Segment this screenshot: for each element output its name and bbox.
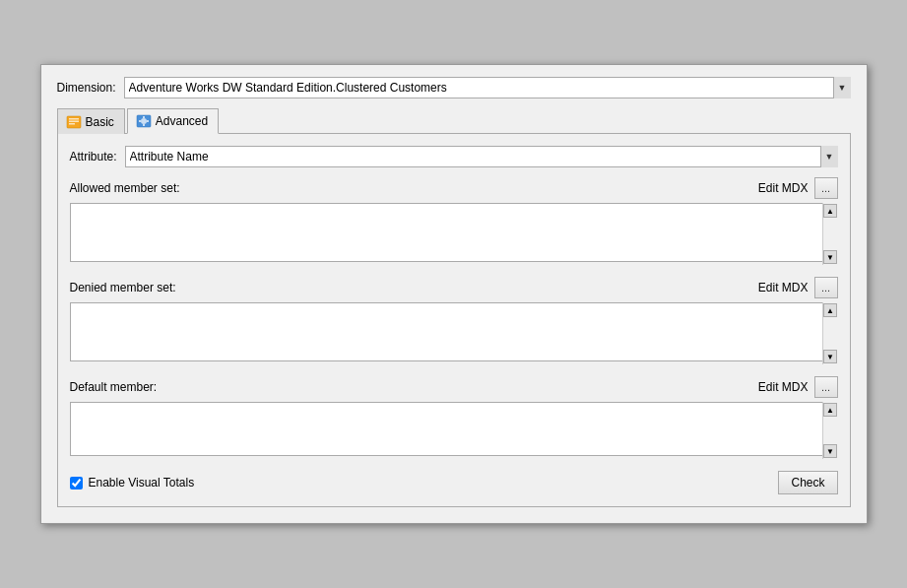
tab-basic-label: Basic xyxy=(86,115,114,129)
attribute-row: Attribute: Attribute Name ▼ xyxy=(70,146,838,167)
tab-basic[interactable]: Basic xyxy=(57,108,125,134)
denied-member-label: Denied member set: xyxy=(70,281,176,294)
denied-scroll-down[interactable]: ▼ xyxy=(823,350,837,363)
basic-tab-icon xyxy=(66,114,82,130)
advanced-tab-icon xyxy=(136,113,152,129)
attribute-select[interactable]: Attribute Name xyxy=(125,146,838,167)
tab-advanced-label: Advanced xyxy=(156,114,208,128)
denied-edit-mdx-group: Edit MDX ... xyxy=(758,277,838,298)
denied-member-header: Denied member set: Edit MDX ... xyxy=(70,277,838,298)
denied-scrollbar: ▲ ▼ xyxy=(822,302,838,364)
denied-edit-mdx-label: Edit MDX xyxy=(758,281,809,294)
allowed-member-label: Allowed member set: xyxy=(70,181,180,195)
default-member-header: Default member: Edit MDX ... xyxy=(70,376,838,398)
denied-browse-button[interactable]: ... xyxy=(814,277,838,298)
allowed-member-section: Allowed member set: Edit MDX ... ▲ ▼ xyxy=(70,177,838,265)
attribute-label: Attribute: xyxy=(70,150,117,163)
attribute-select-wrapper: Attribute Name ▼ xyxy=(125,146,838,167)
svg-rect-2 xyxy=(69,120,79,122)
bottom-row: Enable Visual Totals Check xyxy=(70,471,838,494)
denied-member-textarea-wrapper: ▲ ▼ xyxy=(70,302,838,364)
dialog: Dimension: Adventure Works DW Standard E… xyxy=(40,64,868,524)
svg-rect-8 xyxy=(139,120,141,122)
check-button[interactable]: Check xyxy=(778,471,837,494)
svg-rect-7 xyxy=(143,124,145,126)
allowed-member-header: Allowed member set: Edit MDX ... xyxy=(70,177,838,199)
default-member-textarea-wrapper: ▲ ▼ xyxy=(70,402,838,459)
svg-rect-6 xyxy=(143,116,145,118)
default-scroll-down[interactable]: ▼ xyxy=(823,444,837,458)
allowed-browse-button[interactable]: ... xyxy=(814,177,838,199)
svg-rect-9 xyxy=(147,120,149,122)
default-scroll-up[interactable]: ▲ xyxy=(823,403,837,417)
default-member-label: Default member: xyxy=(70,380,158,394)
svg-rect-1 xyxy=(69,118,79,120)
allowed-member-textarea-wrapper: ▲ ▼ xyxy=(70,203,838,265)
denied-member-textarea[interactable] xyxy=(70,302,838,361)
default-browse-button[interactable]: ... xyxy=(814,376,838,398)
tab-advanced[interactable]: Advanced xyxy=(127,108,219,134)
dimension-select-wrapper: Adventure Works DW Standard Edition.Clus… xyxy=(124,77,851,98)
dimension-select[interactable]: Adventure Works DW Standard Edition.Clus… xyxy=(124,77,851,98)
enable-visual-totals-row: Enable Visual Totals xyxy=(70,476,195,490)
default-member-section: Default member: Edit MDX ... ▲ ▼ xyxy=(70,376,838,459)
default-edit-mdx-label: Edit MDX xyxy=(758,380,809,394)
allowed-edit-mdx-label: Edit MDX xyxy=(758,181,809,195)
allowed-scroll-up[interactable]: ▲ xyxy=(823,204,837,218)
allowed-scroll-down[interactable]: ▼ xyxy=(823,250,837,264)
enable-visual-totals-checkbox[interactable] xyxy=(70,477,83,490)
allowed-member-textarea[interactable] xyxy=(70,203,838,262)
svg-rect-3 xyxy=(69,123,75,125)
default-edit-mdx-group: Edit MDX ... xyxy=(758,376,838,398)
tab-content: Attribute: Attribute Name ▼ Allowed memb… xyxy=(57,133,851,507)
denied-scroll-up[interactable]: ▲ xyxy=(823,303,837,317)
enable-visual-totals-label: Enable Visual Totals xyxy=(89,476,195,490)
allowed-edit-mdx-group: Edit MDX ... xyxy=(758,177,838,199)
dimension-label: Dimension: xyxy=(57,81,116,95)
default-member-textarea[interactable] xyxy=(70,402,838,456)
svg-point-5 xyxy=(141,118,147,124)
dimension-row: Dimension: Adventure Works DW Standard E… xyxy=(57,77,851,98)
denied-member-section: Denied member set: Edit MDX ... ▲ ▼ xyxy=(70,277,838,364)
allowed-scrollbar: ▲ ▼ xyxy=(822,203,838,265)
tabs-bar: Basic Advanced xyxy=(57,108,851,134)
default-scrollbar: ▲ ▼ xyxy=(822,402,838,459)
